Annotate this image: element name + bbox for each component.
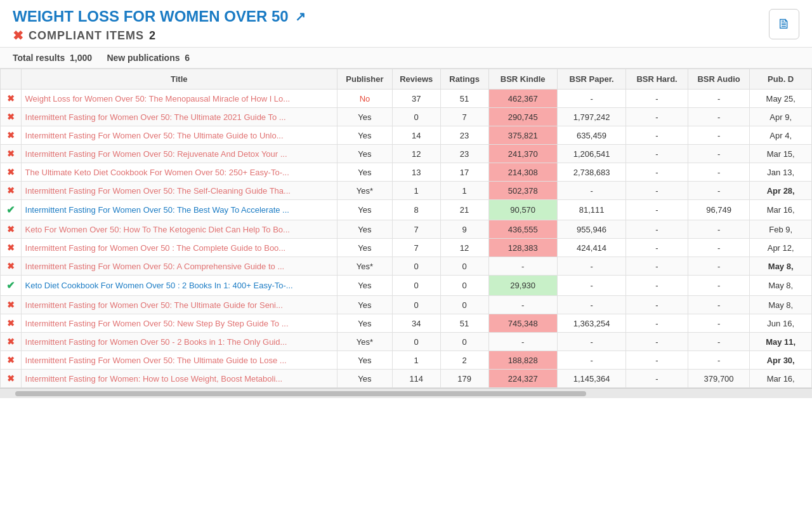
row-bsr-kindle: 375,821 xyxy=(488,126,557,145)
row-pub-date: Apr 9, xyxy=(750,108,812,126)
x-icon: ✖ xyxy=(7,337,15,347)
row-icon: ✔ xyxy=(1,276,22,296)
row-bsr-kindle: 214,308 xyxy=(488,163,557,182)
row-bsr-paper: 81,111 xyxy=(557,200,625,220)
row-reviews: 34 xyxy=(392,314,440,333)
table-row: ✖Intermittent Fasting for Women: How to … xyxy=(1,370,812,388)
row-pub-date: Mar 16, xyxy=(750,200,812,220)
row-publisher: Yes xyxy=(337,370,393,388)
row-bsr-hard: - xyxy=(626,276,688,296)
table-row: ✖Intermittent Fasting For Women Over 50:… xyxy=(1,126,812,145)
row-reviews: 0 xyxy=(392,296,440,314)
row-title[interactable]: Intermittent Fasting For Women Over 50: … xyxy=(21,314,337,333)
row-title[interactable]: Intermittent Fasting For Women Over 50: … xyxy=(21,145,337,163)
row-bsr-kindle: 462,367 xyxy=(488,90,557,108)
row-title[interactable]: Intermittent Fasting For Women Over 50: … xyxy=(21,182,337,200)
row-title[interactable]: Intermittent Fasting For Women Over 50: … xyxy=(21,351,337,370)
row-bsr-hard: - xyxy=(626,239,688,257)
export-icon: 🗎 xyxy=(777,16,791,32)
row-bsr-audio: - xyxy=(688,220,750,239)
row-publisher: Yes xyxy=(337,126,393,145)
x-icon: ✖ xyxy=(7,112,15,122)
row-reviews: 1 xyxy=(392,351,440,370)
row-publisher: No xyxy=(337,90,393,108)
row-bsr-kindle: - xyxy=(488,333,557,351)
col-bsr-hard: BSR Hard. xyxy=(626,69,688,90)
row-title[interactable]: Intermittent Fasting for Women Over 50: … xyxy=(21,108,337,126)
table-row: ✖Intermittent Fasting For Women Over 50:… xyxy=(1,145,812,163)
total-results-label: Total results xyxy=(13,53,65,63)
row-icon: ✖ xyxy=(1,90,22,108)
row-bsr-audio: 379,700 xyxy=(688,370,750,388)
row-pub-date: May 11, xyxy=(750,333,812,351)
row-bsr-hard: - xyxy=(626,200,688,220)
col-ratings: Ratings xyxy=(440,69,488,90)
row-ratings: 0 xyxy=(440,257,488,276)
horizontal-scrollbar[interactable] xyxy=(0,388,812,398)
check-icon: ✔ xyxy=(6,204,15,215)
row-bsr-paper: 1,363,254 xyxy=(557,314,625,333)
row-reviews: 12 xyxy=(392,145,440,163)
row-title[interactable]: Intermittent Fasting for Women Over 50 -… xyxy=(21,333,337,351)
compliant-label: COMPLIANT ITEMS xyxy=(29,29,144,43)
row-bsr-hard: - xyxy=(626,333,688,351)
external-link-icon[interactable]: ↗ xyxy=(295,9,306,24)
row-bsr-audio: - xyxy=(688,351,750,370)
row-title[interactable]: Intermittent Fasting for Women Over 50 :… xyxy=(21,239,337,257)
row-bsr-audio: - xyxy=(688,239,750,257)
row-icon: ✖ xyxy=(1,145,22,163)
x-icon: ✖ xyxy=(7,373,15,384)
row-icon: ✖ xyxy=(1,163,22,182)
row-reviews: 0 xyxy=(392,333,440,351)
row-title[interactable]: Intermittent Fasting for Women: How to L… xyxy=(21,370,337,388)
row-bsr-kindle: 188,828 xyxy=(488,351,557,370)
row-pub-date: Feb 9, xyxy=(750,220,812,239)
row-bsr-paper: 1,145,364 xyxy=(557,370,625,388)
x-icon: ✖ xyxy=(7,355,15,365)
row-pub-date: May 8, xyxy=(750,257,812,276)
export-button[interactable]: 🗎 xyxy=(769,9,799,39)
table-row: ✖Keto For Women Over 50: How To The Keto… xyxy=(1,220,812,239)
row-title[interactable]: Keto For Women Over 50: How To The Ketog… xyxy=(21,220,337,239)
row-title[interactable]: Intermittent Fasting For Women Over 50: … xyxy=(21,126,337,145)
row-title[interactable]: Intermittent Fasting For Women Over 50: … xyxy=(21,257,337,276)
row-icon: ✖ xyxy=(1,370,22,388)
row-ratings: 1 xyxy=(440,182,488,200)
table-row: ✖Intermittent Fasting for Women Over 50:… xyxy=(1,108,812,126)
row-bsr-paper: 424,414 xyxy=(557,239,625,257)
row-bsr-paper: 1,206,541 xyxy=(557,145,625,163)
row-icon: ✖ xyxy=(1,333,22,351)
row-bsr-hard: - xyxy=(626,314,688,333)
row-bsr-kindle: - xyxy=(488,257,557,276)
row-pub-date: Apr 12, xyxy=(750,239,812,257)
row-bsr-paper: 1,797,242 xyxy=(557,108,625,126)
row-reviews: 13 xyxy=(392,163,440,182)
row-ratings: 17 xyxy=(440,163,488,182)
table-row: ✖Intermittent Fasting For Women Over 50:… xyxy=(1,182,812,200)
x-icon: ✖ xyxy=(7,167,15,177)
row-title[interactable]: The Ultimate Keto Diet Cookbook For Wome… xyxy=(21,163,337,182)
row-bsr-hard: - xyxy=(626,220,688,239)
row-bsr-hard: - xyxy=(626,126,688,145)
row-title[interactable]: Keto Diet Cookbook For Women Over 50 : 2… xyxy=(21,276,337,296)
row-publisher: Yes xyxy=(337,239,393,257)
row-title[interactable]: Intermittent Fasting for Women Over 50: … xyxy=(21,296,337,314)
row-publisher: Yes xyxy=(337,296,393,314)
table-row: ✖The Ultimate Keto Diet Cookbook For Wom… xyxy=(1,163,812,182)
row-bsr-paper: - xyxy=(557,296,625,314)
row-bsr-hard: - xyxy=(626,257,688,276)
row-title[interactable]: Intermittent Fasting For Women Over 50: … xyxy=(21,200,337,220)
new-publications-label: New publications xyxy=(107,53,180,63)
row-ratings: 51 xyxy=(440,314,488,333)
col-reviews: Reviews xyxy=(392,69,440,90)
x-icon: ✖ xyxy=(7,185,15,196)
row-pub-date: Mar 16, xyxy=(750,370,812,388)
row-ratings: 12 xyxy=(440,239,488,257)
col-bsr-kindle: BSR Kindle xyxy=(488,69,557,90)
row-title[interactable]: Weight Loss for Women Over 50: The Menop… xyxy=(21,90,337,108)
row-pub-date: Apr 30, xyxy=(750,351,812,370)
row-bsr-hard: - xyxy=(626,163,688,182)
row-bsr-audio: - xyxy=(688,108,750,126)
row-icon: ✖ xyxy=(1,296,22,314)
scrollbar-thumb[interactable] xyxy=(15,391,586,396)
